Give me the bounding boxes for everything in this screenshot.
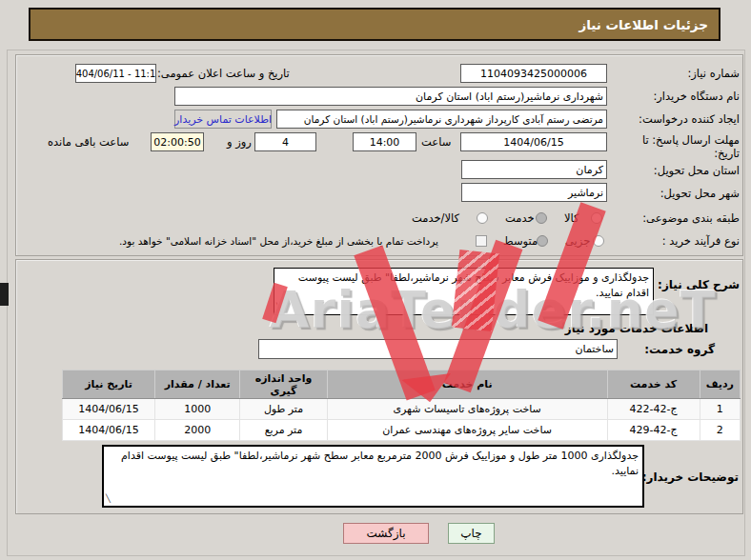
process-type-label: نوع فرآیند خرید : <box>662 234 740 248</box>
treasury-checkbox[interactable] <box>476 235 487 247</box>
buyer-notes-textarea[interactable]: جدولگذاری 1000 متر طول و موزاییک فرش 200… <box>102 445 644 508</box>
classification-label: طبقه بندی موضوعی: <box>642 211 740 225</box>
col-row-number: ردیف <box>700 370 740 399</box>
service-group-label: گروه خدمت: <box>644 343 715 356</box>
page-title: جزئیات اطلاعات نیاز <box>29 8 721 41</box>
cell-service-code: 429-42-ج <box>607 420 700 441</box>
radio-service-label: خدمت <box>505 211 535 225</box>
service-group-input[interactable]: ساختمان <box>258 339 618 359</box>
need-description-textarea[interactable]: جدولگذاری و موزاییک فرش معابر سطح شهر نر… <box>274 268 654 315</box>
days-and-label: روز و <box>227 135 252 149</box>
delivery-city-label: شهر محل تحویل: <box>660 187 740 200</box>
treasury-checkbox-label: پرداخت تمام یا بخشی از مبلغ خرید،از محل … <box>119 235 438 247</box>
creator-label: ایجاد کننده درخواست: <box>639 112 740 126</box>
remaining-days-box: 4 <box>254 132 316 151</box>
print-button[interactable]: چاپ <box>448 523 495 544</box>
need-details-page: { "header": { "title": "جزئیات اطلاعات ن… <box>0 0 751 560</box>
cell-row-number: 2 <box>700 420 740 441</box>
radio-partial[interactable] <box>593 235 604 247</box>
cell-service-name: ساخت پروژه‌های تاسیسات شهری <box>327 399 607 420</box>
delivery-province-input[interactable]: کرمان <box>461 160 607 179</box>
cell-need-date: 1404/06/15 <box>63 420 155 441</box>
col-need-date: تاریخ نیاز <box>63 370 155 399</box>
creator-input[interactable]: مرتضی رستم آبادی کارپرداز شهرداری نرماشی… <box>276 110 607 129</box>
cell-service-code: 422-42-ج <box>607 399 700 420</box>
col-quantity: تعداد / مقدار <box>155 370 240 399</box>
deadline-time-input[interactable]: 14:00 <box>353 132 416 151</box>
radio-goods-service[interactable] <box>477 212 488 224</box>
radio-partial-label: جزیی <box>565 234 590 248</box>
resize-grip-icon: ╲ <box>106 493 111 505</box>
cell-quantity: 1000 <box>155 399 240 420</box>
cell-unit: متر مربع <box>240 420 327 441</box>
services-table-header-row: ردیف کد خدمت نام خدمت واحد اندازه گیری ت… <box>63 370 741 399</box>
buyer-notes-label: توضیحات خریدار: <box>642 470 739 484</box>
delivery-province-label: استان محل تحویل: <box>654 164 740 177</box>
announce-datetime-label: تاریخ و ساعت اعلان عمومی: <box>157 67 290 80</box>
need-description-text: جدولگذاری و موزاییک فرش معابر سطح شهر نر… <box>298 271 649 299</box>
deadline-date-input[interactable]: 1404/06/15 <box>460 132 607 151</box>
general-info-groupbox <box>15 54 743 256</box>
need-number-input[interactable]: 1104093425000006 <box>460 64 607 83</box>
radio-service[interactable] <box>536 212 547 224</box>
hours-remaining-label: ساعت باقی مانده <box>48 135 129 149</box>
announce-datetime-input[interactable]: 1404/06/11 - 11:16 <box>75 64 156 83</box>
need-number-label: شماره نیاز: <box>687 67 740 80</box>
cell-service-name: ساخت سایر پروژه‌های مهندسی عمران <box>327 420 607 441</box>
resize-grip-icon: ╲ <box>276 302 281 313</box>
cell-row-number: 1 <box>700 399 740 420</box>
deadline-label-line2: تاریخ: <box>714 147 740 160</box>
services-table: ردیف کد خدمت نام خدمت واحد اندازه گیری ت… <box>62 370 741 441</box>
need-description-label: شرح کلي نیاز: <box>658 278 740 291</box>
cell-quantity: 2000 <box>155 420 240 441</box>
radio-goods-label: کالا <box>564 211 579 225</box>
delivery-city-input[interactable]: نرماشیر <box>461 183 607 202</box>
radio-goods-service-label: کالا/خدمت <box>412 211 459 225</box>
back-button[interactable]: بازگشت <box>343 523 429 544</box>
buyer-notes-text: جدولگذاری 1000 متر طول و موزاییک فرش 200… <box>121 450 639 477</box>
radio-medium-label: متوسط <box>503 234 538 248</box>
buyer-org-label: نام دستگاه خریدار: <box>653 90 740 103</box>
radio-goods[interactable] <box>591 212 602 224</box>
buyer-org-input[interactable]: شهرداری نرماشیر(رستم اباد) استان کرمان <box>174 87 607 106</box>
deadline-label-line1: مهلت ارسال پاسخ: تا <box>642 133 740 147</box>
buyer-contact-link[interactable]: اطلاعات تماس خریدار <box>174 110 272 129</box>
col-unit: واحد اندازه گیری <box>240 370 327 399</box>
cell-unit: متر طول <box>240 399 327 420</box>
table-row[interactable]: 2 429-42-ج ساخت سایر پروژه‌های مهندسی عم… <box>63 420 741 441</box>
cell-need-date: 1404/06/15 <box>63 399 155 420</box>
radio-medium[interactable] <box>537 235 548 247</box>
col-service-code: کد خدمت <box>607 370 700 399</box>
page-title-text: جزئیات اطلاعات نیاز <box>578 17 708 32</box>
table-row[interactable]: 1 422-42-ج ساخت پروژه‌های تاسیسات شهری م… <box>63 399 741 420</box>
services-section-title: اطلاعات خدمات مورد نیاز <box>565 322 708 335</box>
deadline-hour-label: ساعت <box>421 135 451 149</box>
remaining-time-box: 02:00:50 <box>151 132 204 151</box>
col-service-name: نام خدمت <box>327 370 607 399</box>
